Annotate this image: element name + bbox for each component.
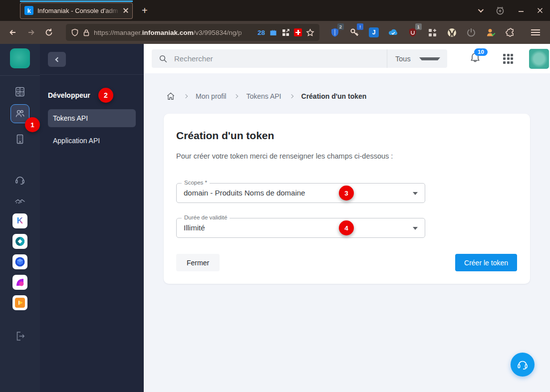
validity-label: Durée de validité <box>182 214 230 220</box>
tab-list-chevron-icon[interactable] <box>478 7 484 12</box>
search-scope-select[interactable]: Tous <box>387 55 447 63</box>
chevron-right-icon <box>234 94 238 98</box>
home-icon[interactable] <box>166 91 176 101</box>
swiss-flag-icon[interactable] <box>294 28 302 36</box>
user-avatar[interactable] <box>529 49 549 69</box>
ublock-extension-icon[interactable]: 1 <box>407 27 418 38</box>
panel-heading: Développeur <box>48 91 90 99</box>
search-bar[interactable]: Tous <box>152 49 447 68</box>
validity-select[interactable]: Durée de validité Illimité 4 <box>176 218 425 238</box>
close-window-button[interactable] <box>537 7 543 13</box>
minimize-button[interactable] <box>518 7 524 13</box>
url-bar[interactable]: https://manager.infomaniak.com/v3/995834… <box>66 24 319 41</box>
chevron-right-icon <box>289 94 293 98</box>
divider <box>40 74 144 75</box>
validity-value: Illimité <box>177 218 425 237</box>
page-title: Création d'un token <box>176 130 517 142</box>
chevron-down-icon <box>413 192 418 195</box>
scopes-label: Scopes * <box>182 180 210 186</box>
tab-title: Infomaniak - Console d'adm <box>37 7 123 14</box>
sidebar-item-users-active[interactable]: 1 <box>10 104 29 123</box>
notifications-button[interactable]: 10 <box>469 52 481 66</box>
briefcase-container-icon <box>269 28 277 37</box>
secondary-sidebar: Développeur 2 Tokens API Application API <box>40 44 144 392</box>
bookmark-star-icon[interactable] <box>306 28 314 37</box>
create-token-button[interactable]: Créer le token <box>455 254 517 271</box>
alarm-extension-icon[interactable] <box>495 5 505 15</box>
browser-window: k Infomaniak - Console d'adm + <box>0 0 550 392</box>
browser-toolbar: https://manager.infomaniak.com/v3/995834… <box>0 21 550 44</box>
reload-button[interactable] <box>41 24 57 40</box>
chevron-right-icon <box>184 94 188 98</box>
divider <box>0 75 40 76</box>
primary-sidebar: 1 K <box>0 44 40 392</box>
url-text: https://manager.infomaniak.com/v3/995834… <box>94 29 254 36</box>
app-launcher-button[interactable] <box>503 54 513 64</box>
collapse-panel-button[interactable] <box>48 52 66 67</box>
sidebar-item-application-api[interactable]: Application API <box>48 132 136 150</box>
breadcrumb: Mon profil Tokens API Création d'un toke… <box>144 73 550 101</box>
breadcrumb-mon-profil[interactable]: Mon profil <box>196 92 226 100</box>
infomaniak-favicon: k <box>24 6 33 15</box>
notification-count-badge: 10 <box>474 48 488 56</box>
new-tab-button[interactable]: + <box>142 5 148 16</box>
users-icon <box>14 108 26 120</box>
sidebar-item-tokens-api[interactable]: Tokens API <box>48 109 136 127</box>
vod-play-app-icon[interactable] <box>12 295 27 310</box>
tab-close-icon[interactable] <box>123 8 128 13</box>
chevron-down-icon <box>419 57 440 60</box>
scopes-select[interactable]: Scopes * domain - Produits Noms de domai… <box>176 183 425 203</box>
browser-titlebar: k Infomaniak - Console d'adm + <box>0 0 550 21</box>
products-calculator-icon[interactable] <box>14 86 26 98</box>
ksuite-app-icon[interactable]: K <box>12 213 27 228</box>
headset-icon <box>516 358 529 371</box>
search-input[interactable] <box>174 54 387 63</box>
container-tab-count: 28 <box>258 29 265 36</box>
privacy-badger-extension-icon[interactable] <box>446 27 457 38</box>
logout-icon[interactable] <box>14 330 26 342</box>
infomaniak-logo[interactable] <box>10 48 30 68</box>
chevron-down-icon <box>413 227 418 230</box>
annotation-badge-3: 3 <box>339 186 354 200</box>
extension-icons: 2 ! J 1 <box>329 27 540 38</box>
power-extension-icon[interactable] <box>466 27 477 38</box>
puzzle-extensions-icon[interactable] <box>505 27 516 38</box>
annotation-badge-2: 2 <box>98 88 113 103</box>
cloud-extension-icon[interactable] <box>388 27 399 38</box>
annotation-badge-4: 4 <box>339 220 354 235</box>
kdrive-app-icon[interactable] <box>12 234 27 249</box>
forward-button[interactable] <box>23 24 39 40</box>
user-check-extension-icon[interactable] <box>485 27 496 38</box>
kchat-cube-app-icon[interactable] <box>12 254 27 269</box>
token-creation-card: Création d'un token Pour créer votre tok… <box>164 114 530 284</box>
breadcrumb-current: Création d'un token <box>301 92 367 100</box>
tracking-shield-icon[interactable] <box>71 28 79 36</box>
page-content: Mon profil Tokens API Création d'un toke… <box>144 73 550 392</box>
scopes-value: domain - Produits Noms de domaine <box>177 184 425 202</box>
close-button[interactable]: Fermer <box>176 254 220 271</box>
partner-handshake-icon[interactable] <box>14 196 26 208</box>
shield-extension-icon[interactable]: 2 <box>329 27 340 38</box>
search-icon <box>159 54 168 63</box>
grid-plus-extension-icon[interactable] <box>427 27 438 38</box>
page-actions-icon[interactable] <box>281 28 290 37</box>
browser-tab[interactable]: k Infomaniak - Console d'adm <box>20 2 133 19</box>
support-headset-icon[interactable] <box>14 174 26 186</box>
organization-building-icon[interactable] <box>14 133 26 145</box>
chevron-left-icon <box>55 57 60 62</box>
breadcrumb-tokens-api[interactable]: Tokens API <box>246 92 281 100</box>
support-chat-button[interactable] <box>511 353 535 377</box>
card-intro-text: Pour créer votre token merci de renseign… <box>176 152 517 160</box>
joplin-extension-icon[interactable]: J <box>368 27 379 38</box>
kmeet-app-icon[interactable] <box>12 275 27 290</box>
lock-icon[interactable] <box>83 29 90 36</box>
back-button[interactable] <box>5 24 21 40</box>
key-extension-icon[interactable]: ! <box>349 27 360 38</box>
app-topbar: Tous 10 <box>144 44 550 73</box>
annotation-badge-1: 1 <box>25 117 40 132</box>
menu-hamburger-icon[interactable] <box>531 29 540 35</box>
